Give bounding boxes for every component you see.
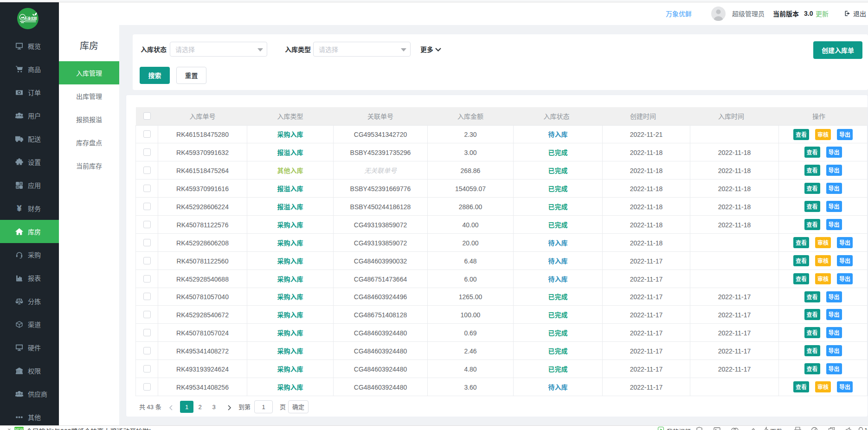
svg-text:¥: ¥ xyxy=(17,205,21,212)
svg-text:万象优鲜: 万象优鲜 xyxy=(25,16,37,20)
